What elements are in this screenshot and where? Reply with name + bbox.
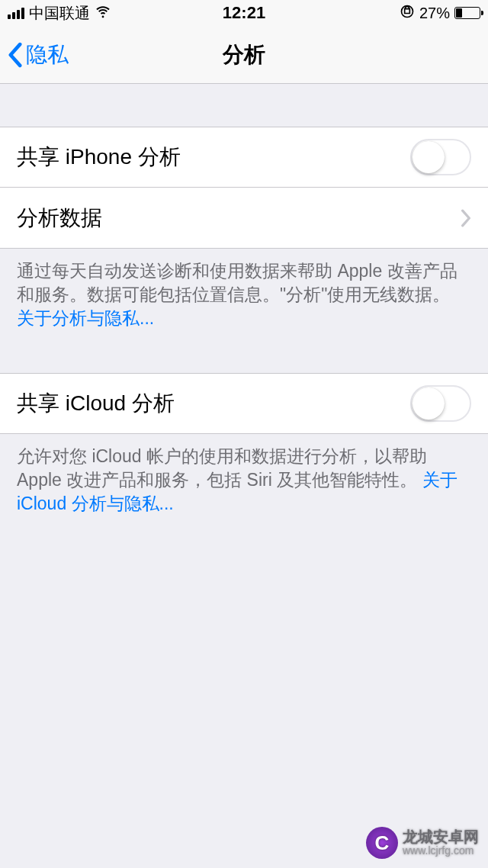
chevron-left-icon <box>8 42 23 68</box>
page-title: 分析 <box>223 40 265 69</box>
status-right: 27% <box>400 4 480 23</box>
watermark-title: 龙城安卓网 <box>403 828 479 845</box>
watermark: C 龙城安卓网 www.lcjrfg.com <box>366 827 479 859</box>
cell-label: 共享 iPhone 分析 <box>17 143 181 172</box>
share-icloud-analytics-cell[interactable]: 共享 iCloud 分析 <box>0 373 488 434</box>
cell-label: 共享 iCloud 分析 <box>17 389 175 418</box>
nav-bar: 隐私 分析 <box>0 26 488 84</box>
share-iphone-toggle[interactable] <box>410 139 471 175</box>
signal-icon <box>8 8 24 19</box>
orientation-lock-icon <box>400 4 415 23</box>
footer-description: 通过每天自动发送诊断和使用数据来帮助 Apple 改善产品和服务。数据可能包括位… <box>17 261 458 304</box>
share-iphone-analytics-cell[interactable]: 共享 iPhone 分析 <box>0 127 488 188</box>
about-analytics-privacy-link[interactable]: 关于分析与隐私... <box>17 308 154 328</box>
share-icloud-toggle[interactable] <box>410 385 471 422</box>
analytics-data-cell[interactable]: 分析数据 <box>0 188 488 249</box>
status-bar: 中国联通 12:21 27% <box>0 0 488 26</box>
wifi-icon <box>95 3 111 24</box>
back-button[interactable]: 隐私 <box>8 40 69 69</box>
chevron-right-icon <box>461 209 471 227</box>
section2-footer: 允许对您 iCloud 帐户的使用和数据进行分析，以帮助 Apple 改进产品和… <box>0 434 488 526</box>
carrier-label: 中国联通 <box>29 3 90 24</box>
status-left: 中国联通 <box>8 3 111 24</box>
cell-label: 分析数据 <box>17 204 102 233</box>
svg-point-0 <box>401 5 413 17</box>
back-label: 隐私 <box>26 40 69 69</box>
watermark-url: www.lcjrfg.com <box>403 845 479 857</box>
watermark-logo-icon: C <box>366 827 398 859</box>
battery-percent: 27% <box>419 5 450 22</box>
footer-description: 允许对您 iCloud 帐户的使用和数据进行分析，以帮助 Apple 改进产品和… <box>17 446 427 490</box>
battery-icon <box>454 7 480 19</box>
status-time: 12:21 <box>223 3 265 23</box>
section1-footer: 通过每天自动发送诊断和使用数据来帮助 Apple 改善产品和服务。数据可能包括位… <box>0 249 488 341</box>
